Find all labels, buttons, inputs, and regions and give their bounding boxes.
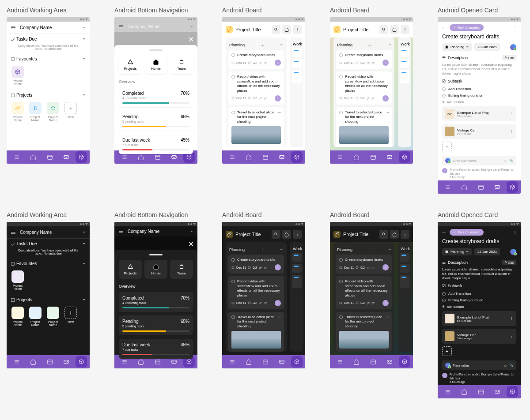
peek-card[interactable] (400, 48, 409, 57)
search-button[interactable] (379, 230, 388, 239)
nav-calendar[interactable] (473, 184, 488, 190)
nav-calendar[interactable] (42, 154, 57, 160)
subtask-radio[interactable] (442, 94, 446, 98)
tab-team[interactable]: Team (170, 55, 193, 74)
nav-mail[interactable] (382, 154, 398, 160)
project-tile[interactable]: Project Name (46, 307, 60, 326)
task-radio[interactable] (339, 258, 343, 262)
card-more-icon[interactable]: ⋯ (278, 315, 281, 319)
assignee-avatar[interactable] (275, 300, 281, 306)
nav-projects-active[interactable] (76, 356, 87, 368)
status-pill[interactable]: ▣Planning (442, 248, 472, 255)
project-tile[interactable]: Project Name (11, 307, 24, 326)
task-radio[interactable] (231, 315, 235, 319)
nav-home[interactable] (26, 154, 41, 160)
emoji-icon[interactable]: ☺ (504, 364, 507, 367)
column-more-button[interactable]: ⋯ (387, 248, 391, 252)
stat-card[interactable]: Due last week45% 7 due tasks (119, 134, 193, 154)
more-button[interactable] (293, 25, 302, 34)
emoji-icon[interactable]: ☺ (504, 159, 507, 162)
nav-calendar[interactable] (366, 154, 381, 160)
nav-projects-active[interactable] (399, 356, 410, 368)
attach-icon[interactable]: 📎 (509, 364, 513, 367)
projects-section[interactable]: Projects (7, 295, 90, 305)
company-header[interactable]: Company Name (7, 226, 90, 239)
nav-home[interactable] (242, 154, 257, 160)
add-attachment-button[interactable]: + (442, 346, 452, 356)
company-header[interactable]: Company Name (7, 22, 90, 34)
attachment-item[interactable]: Vintage Car5 Hours ago (442, 124, 516, 139)
home-button[interactable] (282, 230, 291, 239)
subtask-item[interactable]: Add Transition (442, 290, 516, 297)
close-button[interactable]: ✕ (188, 240, 194, 248)
assignee-avatar[interactable] (382, 60, 389, 66)
back-button[interactable]: ← (441, 24, 447, 31)
attachment-more-icon[interactable] (509, 129, 514, 134)
task-radio[interactable] (231, 280, 235, 283)
home-button[interactable] (282, 25, 291, 34)
tasks-due-section[interactable]: Tasks Due (7, 34, 90, 44)
more-button[interactable] (401, 230, 409, 239)
mark-completed-button[interactable]: ✓Mark Completed (450, 24, 484, 31)
nav-calendar[interactable] (150, 154, 165, 160)
subtask-radio[interactable] (442, 299, 446, 302)
nav-menu[interactable] (9, 359, 24, 365)
column-more-button[interactable]: ⋯ (280, 43, 283, 47)
nav-home[interactable] (134, 154, 149, 160)
peek-card[interactable] (400, 59, 409, 68)
add-card-button[interactable]: + (368, 247, 371, 253)
stat-card[interactable]: Pending65% 5 pending tasks (119, 111, 193, 131)
stat-card[interactable]: Completed70% 4 upcoming tasks (119, 292, 193, 312)
nav-mail[interactable] (59, 359, 74, 365)
tab-projects[interactable]: Projects (119, 260, 142, 279)
stat-card[interactable]: Completed70% 4 upcoming tasks (119, 87, 193, 107)
assignee-avatar[interactable] (382, 95, 389, 101)
add-subtask-button[interactable]: ⊕Add subtask (442, 305, 516, 308)
peek-card[interactable] (292, 48, 302, 57)
nav-menu[interactable] (333, 359, 348, 365)
nav-projects-active[interactable] (507, 181, 518, 193)
stat-card[interactable]: Due last week45% 7 due tasks (119, 339, 193, 359)
nav-mail[interactable] (275, 359, 290, 365)
task-card[interactable]: Travel to selected place for the next pr… (336, 107, 392, 147)
attachment-item[interactable]: PDF Example List of Proj...5 Hours ago (442, 311, 516, 326)
nav-projects-active[interactable] (76, 151, 87, 163)
edit-button[interactable]: ✎Edit (502, 260, 516, 265)
task-radio[interactable] (339, 111, 343, 114)
peek-card[interactable] (292, 264, 302, 273)
nav-calendar[interactable] (258, 359, 273, 365)
nav-projects-active[interactable] (399, 151, 410, 163)
tab-projects[interactable]: Projects (119, 55, 142, 74)
task-radio[interactable] (231, 53, 235, 57)
project-tile[interactable]: Project Name (29, 102, 42, 122)
task-card[interactable]: Travel to selected place for the next pr… (336, 312, 392, 352)
add-card-button[interactable]: + (260, 42, 264, 48)
card-more-button[interactable] (513, 26, 517, 30)
add-card-button[interactable]: + (260, 247, 264, 253)
mark-completed-button[interactable]: ✓Mark Completed (450, 229, 484, 236)
add-attachment-button[interactable]: + (442, 142, 452, 151)
column-more-button[interactable]: ⋯ (280, 248, 283, 252)
date-pill[interactable]: 23 Jan 2021 (474, 248, 500, 255)
sheet-handle[interactable] (149, 49, 163, 51)
attachment-more-icon[interactable] (509, 316, 514, 321)
assignee-avatar[interactable] (510, 44, 516, 50)
tab-home[interactable]: Home (144, 260, 167, 279)
peek-card[interactable] (400, 275, 409, 288)
nav-menu[interactable] (117, 359, 132, 365)
date-pill[interactable]: 23 Jan 2021 (474, 43, 500, 51)
close-button[interactable]: ✕ (188, 35, 194, 44)
nav-menu[interactable] (225, 154, 240, 160)
nav-mail[interactable] (490, 184, 505, 190)
nav-home[interactable] (242, 359, 257, 365)
favourite-project[interactable]: Project Name (11, 66, 24, 86)
nav-mail[interactable] (59, 154, 74, 160)
edit-button[interactable]: ✎Edit (502, 55, 516, 60)
add-subtask-button[interactable]: ⊕Add subtask (442, 100, 516, 104)
assignee-avatar[interactable] (510, 249, 516, 255)
nav-calendar[interactable] (150, 359, 165, 365)
task-card[interactable]: Record video with screenflow and add zoo… (228, 276, 284, 309)
assignee-avatar[interactable] (382, 300, 389, 306)
attachment-item[interactable]: Vintage Car5 Hours ago (442, 329, 516, 344)
peek-card[interactable] (400, 253, 409, 262)
